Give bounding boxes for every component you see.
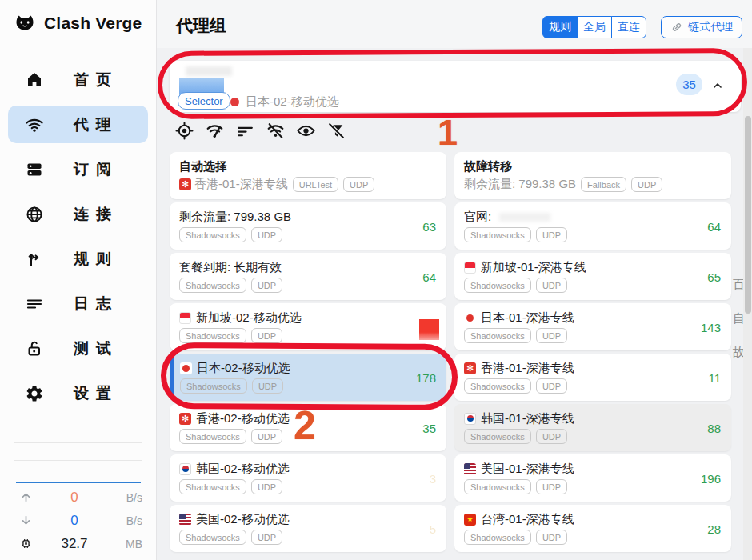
protocol-badge: Shadowsocks [179,530,246,545]
speedtest-icon[interactable] [204,120,225,141]
protocol-badge: Shadowsocks [179,479,246,494]
proxy-name: 日本-02-移动优选 [197,361,290,376]
group-current-node: 剩余流量: 799.38 GB [464,177,576,192]
mode-global-button[interactable]: 全局 [577,16,612,38]
sidebar-item-connections[interactable]: 连接 [8,195,148,233]
proxy-card[interactable]: ★台湾-01-深港专线ShadowsocksUDP28 [454,505,731,552]
logs-icon [24,294,45,314]
proxy-name: 日本-01-深港专线 [481,310,574,326]
chevron-up-icon[interactable] [710,79,725,92]
flag-us-icon [464,463,476,475]
locate-icon[interactable] [174,120,194,141]
protocol-badge: UDP [536,479,567,494]
link-icon [670,21,683,34]
traffic-baseline [16,482,141,483]
proxy-card[interactable]: 剩余流量: 799.38 GBShadowsocksUDP63 [170,202,446,250]
chip-icon [19,537,35,550]
proxy-group-header[interactable]: Selector 日本-02-移动优选 35 [170,61,741,112]
sort-icon[interactable] [234,120,255,141]
sidebar-nav: 首页 代理 订阅 [8,61,148,419]
proxy-card[interactable]: 韩国-01-深港专线ShadowsocksUDP88 [454,404,731,451]
mode-direct-button[interactable]: 直连 [611,16,646,38]
sidebar-item-home[interactable]: 首页 [8,61,148,98]
protocol-badge: UDP [251,227,282,242]
latency-value: 11 [708,370,721,384]
proxy-card[interactable]: 韩国-02-移动优选ShadowsocksUDP3 [170,454,446,502]
proxy-name: 新加坡-02-移动优选 [196,310,302,326]
flag-jp-icon [180,362,192,374]
sidebar: Clash Verge 首页 代理 [0,0,157,560]
protocol-badge: UDP [536,378,567,394]
proxy-name: 剩余流量: 799.38 GB [179,210,291,225]
protocol-badge: UDP [536,227,567,242]
protocol-badge: UDP [343,177,374,192]
proxy-name: 韩国-02-移动优选 [196,462,290,477]
scrollbar-thumb[interactable] [745,116,751,314]
latency-value: 35 [422,421,436,434]
filter-off-icon[interactable] [326,120,346,141]
proxy-mode-switch: 规则 全局 直连 [542,16,646,38]
main-header: 代理组 规则 全局 直连 链式代理 [157,0,752,48]
protocol-badge: UDP [251,429,282,444]
protocol-badge: UDP [251,328,282,343]
proxy-card[interactable]: 美国-02-移动优选ShadowsocksUDP5 [170,505,446,552]
memory-stat-row: 32.7 MB [0,532,156,555]
upload-arrow-icon [19,490,35,504]
protocol-badge: UDP [536,328,567,343]
redacted-text [499,213,550,222]
proxy-card[interactable]: 新加坡-01-深港专线ShadowsocksUDP65 [454,253,731,300]
clash-verge-window: Clash Verge 首页 代理 [0,0,752,560]
traffic-gridline [14,442,142,443]
globe-icon [24,205,45,224]
download-speed-value: 0 [35,513,114,529]
proxy-card[interactable]: ✻香港-01-深港专线ShadowsocksUDP11 [454,354,731,401]
sidebar-item-settings[interactable]: 设置 [8,374,148,412]
eye-icon[interactable] [295,120,316,141]
group-card[interactable]: 故障转移剩余流量: 799.38 GBFallbackUDP [454,152,731,199]
flag-cn-icon: ★ [464,514,476,526]
proxy-card[interactable]: 美国-01-深港专线ShadowsocksUDP196 [454,454,731,502]
latency-value: 196 [701,471,721,485]
proxy-name: 韩国-01-深港专线 [481,411,574,426]
proxy-card[interactable]: ✻香港-02-移动优选ShadowsocksUDP35 [170,404,446,451]
proxy-name: 台湾-01-深港专线 [481,512,574,527]
traffic-stats: 0 B/s 0 B/s 32.7 MB [0,486,156,555]
memory-value: 32.7 [35,536,114,552]
flag-kr-icon [464,413,476,425]
wifi-icon [24,115,45,134]
proxy-name: 套餐到期: 长期有效 [179,260,282,275]
wifi-off-icon[interactable] [265,120,286,141]
chain-proxy-button[interactable]: 链式代理 [661,16,742,38]
group-toolbar [174,120,346,141]
proxy-card[interactable]: 日本-02-移动优选ShadowsocksUDP178 [170,354,446,401]
latency-value: 143 [701,320,721,334]
protocol-badge: UDP [536,530,567,545]
sidebar-item-logs[interactable]: 日志 [8,285,148,322]
sidebar-item-subscription[interactable]: 订阅 [8,150,148,188]
proxy-card[interactable]: 官网:ShadowsocksUDP64 [454,202,731,250]
sidebar-item-rules[interactable]: 规则 [8,240,148,278]
sidebar-item-test[interactable]: 测试 [8,330,148,367]
proxy-card[interactable]: 套餐到期: 长期有效ShadowsocksUDP64 [170,253,446,300]
cat-logo-icon [13,12,37,34]
mode-rule-button[interactable]: 规则 [542,16,578,38]
latency-value: 178 [416,370,436,384]
proxy-card[interactable]: 日本-01-深港专线ShadowsocksUDP143 [454,303,731,350]
sidebar-item-proxy[interactable]: 代理 [8,106,148,143]
protocol-badge: Shadowsocks [464,278,531,293]
proxy-card[interactable]: 新加坡-02-移动优选ShadowsocksUDP [170,303,446,350]
upload-stat-row: 0 B/s [0,486,156,509]
flag-jp-icon [464,312,476,324]
subscription-icon [24,160,45,179]
protocol-badge: UDP [251,278,282,293]
protocol-badge: UDP [536,278,567,293]
latency-value: 64 [707,219,721,233]
protocol-badge: Shadowsocks [179,278,246,293]
protocol-badge: Shadowsocks [464,479,531,494]
page-title: 代理组 [176,14,226,37]
proxy-name: 官网: [464,210,491,225]
protocol-badge: UDP [251,479,282,494]
protocol-badge: Shadowsocks [464,530,531,545]
protocol-badge: Shadowsocks [179,328,246,343]
group-card[interactable]: 自动选择✻香港-01-深港专线URLTestUDP [170,152,446,199]
